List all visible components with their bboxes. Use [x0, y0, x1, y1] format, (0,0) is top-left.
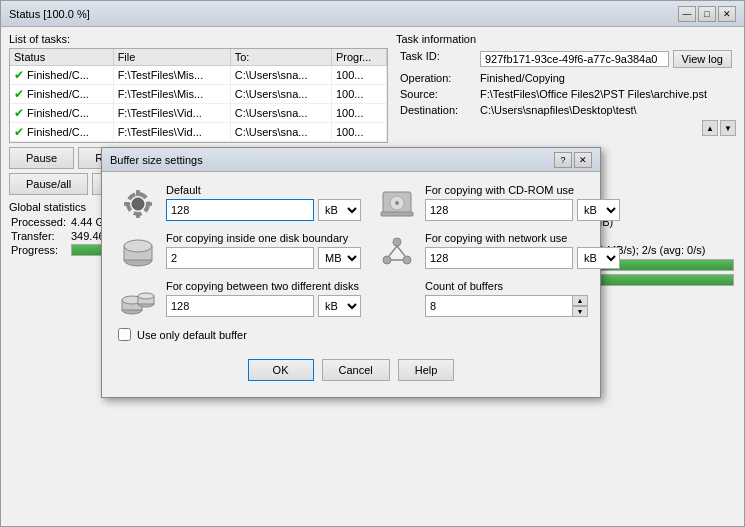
task-id-row: Task ID: 927fb171-93ce-49f6-a77c-9a384a0…	[396, 48, 736, 70]
svg-point-12	[124, 240, 152, 252]
buffer-dialog-controls: ? ✕	[554, 152, 592, 168]
svg-point-14	[383, 256, 391, 264]
inside-disk-field-group: For copying inside one disk boundary kB …	[166, 232, 361, 269]
row4-file: F:\TestFiles\Vid...	[113, 123, 230, 142]
main-content: List of tasks: Status File To: Progr...	[1, 27, 744, 526]
buffer-help-action-button[interactable]: Help	[398, 359, 455, 381]
table-row[interactable]: ✔ Finished/C... F:\TestFiles\Mis... C:\U…	[10, 66, 387, 85]
count-buffers-spinner: ▲ ▼	[425, 295, 588, 317]
checkbox-row: Use only default buffer	[118, 328, 584, 341]
row3-file: F:\TestFiles\Vid...	[113, 104, 230, 123]
task-list-container: Status File To: Progr... ✔ Finished/C...…	[9, 48, 388, 143]
buffer-row-1: Default kB MB	[118, 184, 584, 224]
pause-button[interactable]: Pause	[9, 147, 74, 169]
maximize-button[interactable]: □	[698, 6, 716, 22]
svg-point-13	[393, 238, 401, 246]
buffer-dialog-close-btn[interactable]: ✕	[574, 152, 592, 168]
cdrom-input[interactable]	[425, 199, 573, 221]
svg-rect-5	[146, 202, 152, 206]
inside-disk-field-row: kB MB	[166, 247, 361, 269]
buffer-cancel-button[interactable]: Cancel	[322, 359, 390, 381]
svg-point-0	[132, 198, 144, 210]
table-row[interactable]: ✔ Finished/C... F:\TestFiles\Vid... C:\U…	[10, 104, 387, 123]
network-field-group: For copying with network use kB MB	[425, 232, 620, 269]
task-list-label: List of tasks:	[9, 33, 388, 45]
window-controls: — □ ✕	[678, 6, 736, 22]
cdrom-field-group: For copying with CD-ROM use kB MB	[425, 184, 620, 221]
cdrom-field-row: kB MB	[425, 199, 620, 221]
buffer-dialog-title: Buffer size settings	[110, 154, 203, 166]
network-input[interactable]	[425, 247, 573, 269]
default-field-group: Default kB MB	[166, 184, 361, 221]
row3-status: ✔ Finished/C...	[10, 104, 113, 123]
row4-to: C:\Users\sna...	[230, 123, 331, 142]
minimize-button[interactable]: —	[678, 6, 696, 22]
count-buffers-field-row: ▲ ▼	[425, 295, 588, 317]
scroll-down-button[interactable]: ▼	[720, 120, 736, 136]
use-default-buffer-checkbox[interactable]	[118, 328, 131, 341]
transfer-label: Transfer:	[9, 229, 69, 243]
gear-icon	[118, 184, 158, 224]
col-to: To:	[230, 49, 331, 66]
spinner-buttons: ▲ ▼	[572, 295, 588, 317]
row4-progress: 100...	[331, 123, 386, 142]
task-id-value-cell: 927fb171-93ce-49f6-a77c-9a384a0 View log	[476, 48, 736, 70]
svg-rect-2	[136, 190, 140, 196]
spinner-down-button[interactable]: ▼	[572, 306, 588, 317]
operation-row: Operation: Finished/Copying	[396, 70, 736, 86]
svg-line-17	[397, 246, 405, 256]
buffer-ok-button[interactable]: OK	[248, 359, 314, 381]
cdrom-unit-select[interactable]: kB MB	[577, 199, 620, 221]
buffer-dialog-help-btn[interactable]: ?	[554, 152, 572, 168]
network-label: For copying with network use	[425, 232, 620, 244]
task-info-table: Task ID: 927fb171-93ce-49f6-a77c-9a384a0…	[396, 48, 736, 118]
destination-value: C:\Users\snapfiles\Desktop\test\	[476, 102, 736, 118]
scroll-up-button[interactable]: ▲	[702, 120, 718, 136]
pause-all-button[interactable]: Pause/all	[9, 173, 88, 195]
task-table: Status File To: Progr... ✔ Finished/C...…	[10, 49, 387, 142]
view-log-button[interactable]: View log	[673, 50, 732, 68]
row3-progress: 100...	[331, 104, 386, 123]
row3-to: C:\Users\sna...	[230, 104, 331, 123]
task-info-section: Task information Task ID: 927fb171-93ce-…	[396, 33, 736, 143]
between-disks-unit-select[interactable]: kB MB	[318, 295, 361, 317]
row4-status: ✔ Finished/C...	[10, 123, 113, 142]
count-buffers-field-group: Count of buffers ▲ ▼	[425, 280, 588, 317]
buffer-row-3: For copying between two different disks …	[118, 280, 584, 320]
close-button[interactable]: ✕	[718, 6, 736, 22]
svg-point-8	[395, 201, 399, 205]
task-info-label: Task information	[396, 33, 736, 45]
svg-rect-9	[381, 212, 413, 216]
row2-file: F:\TestFiles\Mis...	[113, 85, 230, 104]
inside-disk-input[interactable]	[166, 247, 314, 269]
cdrom-col: For copying with CD-ROM use kB MB	[377, 184, 620, 224]
svg-point-24	[138, 293, 154, 299]
svg-rect-4	[124, 202, 130, 206]
buffer-dialog-footer: OK Cancel Help	[118, 351, 584, 385]
cdrom-label: For copying with CD-ROM use	[425, 184, 620, 196]
buffer-dialog-content: Default kB MB	[102, 172, 600, 397]
task-id-value: 927fb171-93ce-49f6-a77c-9a384a0	[480, 51, 669, 67]
default-col: Default kB MB	[118, 184, 361, 224]
table-row[interactable]: ✔ Finished/C... F:\TestFiles\Vid... C:\U…	[10, 123, 387, 142]
buffer-dialog-title-bar: Buffer size settings ? ✕	[102, 148, 600, 172]
table-row[interactable]: ✔ Finished/C... F:\TestFiles\Mis... C:\U…	[10, 85, 387, 104]
network-unit-select[interactable]: kB MB	[577, 247, 620, 269]
source-row: Source: F:\TestFiles\Office Files2\PST F…	[396, 86, 736, 102]
main-window: Status [100.0 %] — □ ✕ List of tasks: St…	[0, 0, 745, 527]
default-field-row: kB MB	[166, 199, 361, 221]
count-buffers-input[interactable]	[425, 295, 572, 317]
buffer-row-2: For copying inside one disk boundary kB …	[118, 232, 584, 272]
row1-file: F:\TestFiles\Mis...	[113, 66, 230, 85]
network-icon	[377, 232, 417, 272]
window-title: Status [100.0 %]	[9, 8, 90, 20]
default-label: Default	[166, 184, 361, 196]
spinner-up-button[interactable]: ▲	[572, 295, 588, 306]
between-disks-input[interactable]	[166, 295, 314, 317]
inside-disk-unit-select[interactable]: kB MB	[318, 247, 361, 269]
default-unit-select[interactable]: kB MB	[318, 199, 361, 221]
count-buffers-label: Count of buffers	[425, 280, 588, 292]
col-status: Status	[10, 49, 113, 66]
default-input[interactable]	[166, 199, 314, 221]
row2-status: ✔ Finished/C...	[10, 85, 113, 104]
